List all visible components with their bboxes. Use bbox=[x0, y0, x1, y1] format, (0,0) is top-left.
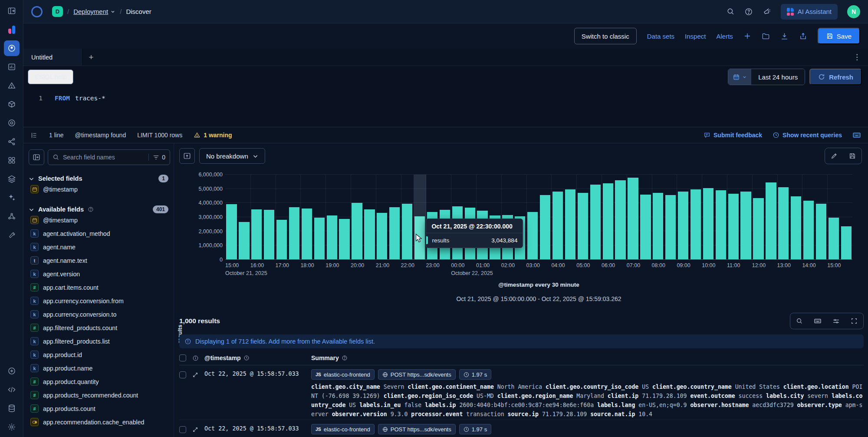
refresh-button[interactable]: Refresh bbox=[809, 69, 862, 85]
grid-keyboard-icon[interactable] bbox=[809, 313, 827, 329]
field-item[interactable]: app.recommendation.cache_enabled bbox=[29, 415, 170, 429]
nav-ai-sparkles-icon[interactable] bbox=[7, 193, 16, 202]
summary-badge[interactable]: POST https...sdk/events bbox=[378, 424, 456, 434]
data-storage-icon[interactable] bbox=[7, 404, 16, 413]
field-item[interactable]: kapp.product.name bbox=[29, 361, 170, 375]
grid-search-icon[interactable] bbox=[790, 313, 809, 329]
nav-cases-icon[interactable] bbox=[7, 174, 16, 184]
query-line[interactable]: 1 FROM traces-* bbox=[23, 95, 105, 102]
field-item[interactable]: #app.product.quantity bbox=[29, 375, 170, 388]
histogram-bar bbox=[576, 175, 589, 259]
switch-to-classic-button[interactable]: Switch to classic bbox=[574, 28, 637, 44]
edit-visualization-pencil-icon[interactable] bbox=[825, 148, 843, 164]
global-search-icon[interactable] bbox=[727, 7, 735, 16]
field-search-box[interactable]: 0 bbox=[48, 149, 170, 165]
field-item[interactable]: #app.cart.items.count bbox=[29, 281, 170, 294]
user-avatar[interactable]: N bbox=[847, 5, 860, 18]
feedback-bubble-icon bbox=[704, 132, 710, 139]
inspect-link[interactable]: Inspect bbox=[685, 33, 706, 40]
field-item[interactable]: kagent.version bbox=[29, 267, 170, 281]
keyboard-shortcuts-icon[interactable] bbox=[852, 131, 861, 139]
share-export-icon[interactable] bbox=[799, 32, 807, 40]
row-checkbox[interactable] bbox=[179, 426, 186, 433]
submit-feedback-link[interactable]: Submit feedback bbox=[704, 132, 762, 139]
show-recent-queries-link[interactable]: Show recent queries bbox=[773, 132, 842, 139]
field-filter-button[interactable]: 0 bbox=[148, 154, 165, 161]
tab-untitled[interactable]: Untitled bbox=[23, 49, 82, 66]
warning-indicator[interactable]: 1 warning bbox=[194, 132, 232, 139]
available-fields-accordion[interactable]: Available fields 401 bbox=[29, 205, 170, 213]
summary-badge[interactable]: JSelastic-co-frontend bbox=[311, 424, 375, 434]
save-button[interactable]: Save bbox=[818, 28, 860, 44]
nav-applications-icon[interactable] bbox=[7, 118, 16, 128]
calendar-icon[interactable] bbox=[728, 69, 751, 85]
ai-assistant-button[interactable]: AI Assistant bbox=[781, 4, 838, 20]
summary-badge[interactable]: 1.97 s bbox=[459, 424, 491, 434]
elastic-logo[interactable] bbox=[31, 6, 43, 17]
help-icon[interactable] bbox=[744, 7, 753, 16]
open-folder-icon[interactable] bbox=[762, 32, 770, 40]
add-circle-icon[interactable] bbox=[7, 366, 16, 376]
breakdown-dropdown[interactable]: No breakdown bbox=[199, 148, 265, 164]
y-tick-label: 2,000,000 bbox=[198, 228, 223, 235]
select-all-checkbox[interactable] bbox=[179, 354, 186, 361]
expand-row-icon[interactable] bbox=[192, 372, 204, 378]
observability-logo-icon[interactable] bbox=[7, 25, 16, 34]
field-item[interactable]: kapp.currency.conversion.to bbox=[29, 308, 170, 321]
histogram-bar bbox=[388, 175, 401, 259]
field-search-input[interactable] bbox=[63, 154, 145, 161]
settings-gear-icon[interactable] bbox=[7, 422, 16, 432]
summary-badge[interactable]: POST https...sdk/events bbox=[378, 369, 456, 380]
column-header-summary[interactable]: Summary bbox=[311, 354, 864, 361]
expand-row-icon[interactable] bbox=[192, 427, 204, 433]
field-item[interactable]: #app.filtered_products.count bbox=[29, 321, 170, 334]
collapse-sidebar-button[interactable] bbox=[29, 149, 44, 165]
add-tab-button[interactable]: + bbox=[82, 49, 101, 66]
time-range-picker[interactable]: Last 24 hours bbox=[728, 69, 805, 85]
esql-help-button[interactable]: ES|QL help bbox=[28, 70, 73, 84]
alerts-link[interactable]: Alerts bbox=[716, 33, 733, 40]
nav-dashboards-icon[interactable] bbox=[7, 62, 16, 72]
summary-badge[interactable]: 1.97 s bbox=[459, 369, 491, 380]
field-item[interactable]: tagent.name.text bbox=[29, 254, 170, 267]
field-type-keyword-icon: k bbox=[30, 310, 39, 318]
x-tick-label: 15:00 bbox=[827, 262, 841, 268]
nav-apps-grid-icon[interactable] bbox=[7, 156, 16, 165]
nav-alerts-icon[interactable] bbox=[7, 81, 16, 90]
whats-new-icon[interactable] bbox=[763, 7, 771, 16]
chevron-down-icon bbox=[110, 9, 115, 14]
field-item[interactable]: kapp.filtered_products.list bbox=[29, 334, 170, 348]
nav-inventory-icon[interactable] bbox=[7, 99, 16, 109]
nav-discover-active[interactable] bbox=[4, 40, 20, 56]
breadcrumb-deployment[interactable]: Deployment bbox=[73, 8, 115, 15]
collapse-chart-button[interactable] bbox=[179, 148, 195, 164]
deployment-badge[interactable]: D bbox=[52, 6, 63, 17]
grid-display-options-icon[interactable] bbox=[827, 313, 845, 329]
field-item[interactable]: #app.products.count bbox=[29, 402, 170, 415]
field-item[interactable]: @timestamp bbox=[29, 213, 170, 227]
field-item[interactable]: #app.products_recommended.count bbox=[29, 388, 170, 402]
field-type-text-icon: t bbox=[30, 256, 39, 265]
dev-console-code-icon[interactable] bbox=[7, 385, 16, 394]
new-session-plus-icon[interactable] bbox=[743, 32, 751, 40]
top-header: D / Deployment / Discover AI Assistant N bbox=[23, 0, 868, 23]
field-item[interactable]: kapp.currency.conversion.from bbox=[29, 294, 170, 308]
field-item[interactable]: @timestamp bbox=[29, 182, 170, 196]
field-type-keyword-icon: k bbox=[30, 364, 39, 372]
collapse-nav-icon[interactable] bbox=[7, 6, 16, 16]
tab-options-kebab-icon[interactable]: ⋮ bbox=[846, 49, 868, 66]
download-icon[interactable] bbox=[780, 32, 789, 40]
field-item[interactable]: kagent.activation_method bbox=[29, 227, 170, 240]
field-item[interactable]: kagent.name bbox=[29, 240, 170, 254]
save-visualization-icon[interactable] bbox=[843, 148, 861, 164]
row-checkbox[interactable] bbox=[179, 371, 186, 378]
selected-fields-accordion[interactable]: Selected fields 1 bbox=[29, 175, 170, 182]
nav-machine-learning-icon[interactable] bbox=[7, 212, 16, 221]
nav-dev-tools-wrench-icon[interactable] bbox=[7, 230, 16, 240]
nav-service-map-icon[interactable] bbox=[7, 137, 16, 146]
grid-fullscreen-icon[interactable] bbox=[845, 313, 863, 329]
data-sets-link[interactable]: Data sets bbox=[647, 33, 674, 40]
summary-badge[interactable]: JSelastic-co-frontend bbox=[311, 369, 375, 380]
column-header-timestamp[interactable]: @timestamp bbox=[204, 354, 311, 361]
field-item[interactable]: kapp.product.id bbox=[29, 348, 170, 361]
